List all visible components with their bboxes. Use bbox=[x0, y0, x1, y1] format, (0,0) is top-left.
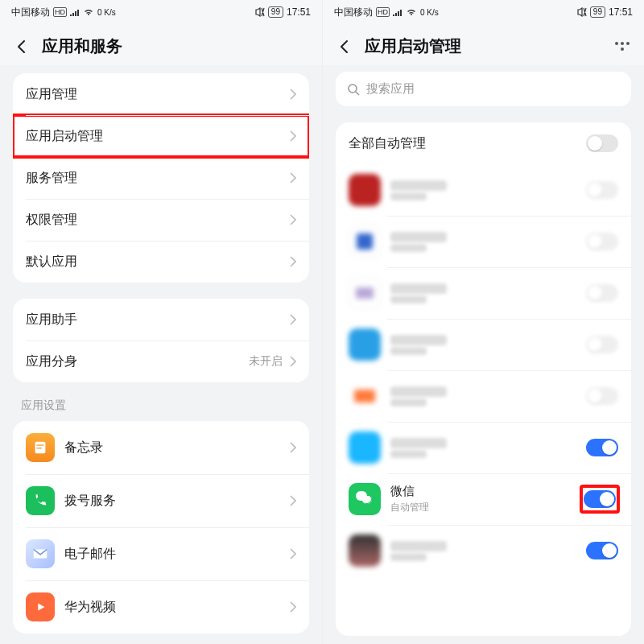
mute-icon bbox=[254, 7, 265, 17]
toggle[interactable] bbox=[586, 542, 618, 559]
toggle-all-auto[interactable] bbox=[586, 134, 618, 152]
row-default-apps[interactable]: 默认应用 bbox=[13, 241, 309, 283]
search-placeholder: 搜索应用 bbox=[366, 81, 415, 97]
status-bar: 中国移动 HD 0 K/s 99 17:51 bbox=[323, 0, 644, 24]
chevron-right-icon bbox=[289, 442, 296, 453]
app-icon bbox=[349, 277, 381, 309]
app-icon bbox=[349, 225, 381, 258]
app-row-blurred[interactable]: .. bbox=[336, 422, 631, 473]
page-title: 应用启动管理 bbox=[365, 35, 461, 57]
net-speed: 0 K/s bbox=[420, 8, 439, 17]
app-icon bbox=[349, 328, 381, 361]
all-auto-row[interactable]: 全部自动管理 bbox=[336, 122, 631, 164]
more-menu-icon[interactable] bbox=[613, 38, 631, 56]
chevron-right-icon bbox=[289, 89, 296, 100]
row-email[interactable]: 电子邮件 bbox=[13, 527, 309, 580]
group-2: 应用助手 应用分身 未开启 bbox=[13, 299, 309, 382]
app-row-blurred[interactable]: .. bbox=[336, 525, 631, 576]
toggle-wechat[interactable] bbox=[584, 490, 616, 508]
toggle[interactable] bbox=[586, 284, 618, 302]
row-memo[interactable]: 备忘录 bbox=[13, 421, 309, 474]
app-icon bbox=[349, 380, 381, 412]
row-huawei-video[interactable]: 华为视频 bbox=[13, 580, 309, 634]
row-permission-manage[interactable]: 权限管理 bbox=[13, 199, 309, 241]
app-name: 微信 bbox=[390, 484, 572, 499]
app-row-blurred[interactable]: .. bbox=[336, 370, 631, 422]
hd-badge: HD bbox=[376, 7, 390, 17]
memo-icon bbox=[26, 433, 55, 462]
chevron-right-icon bbox=[289, 130, 296, 142]
phone-icon bbox=[26, 486, 55, 515]
chevron-right-icon bbox=[289, 256, 296, 267]
svg-point-3 bbox=[349, 85, 357, 93]
svg-rect-2 bbox=[36, 448, 41, 448]
wechat-icon bbox=[349, 483, 381, 515]
video-icon bbox=[26, 592, 55, 621]
row-app-clone[interactable]: 应用分身 未开启 bbox=[13, 341, 309, 382]
search-input[interactable]: 搜索应用 bbox=[336, 72, 631, 106]
app-desc: 自动管理 bbox=[390, 501, 572, 514]
chevron-right-icon bbox=[289, 601, 296, 613]
chevron-right-icon bbox=[289, 548, 296, 559]
app-icon bbox=[349, 431, 381, 464]
app-row-blurred[interactable]: .. bbox=[336, 319, 631, 370]
clock: 17:51 bbox=[287, 6, 311, 18]
app-row-wechat[interactable]: 微信 自动管理 bbox=[336, 473, 631, 525]
search-icon bbox=[347, 83, 360, 96]
app-row-blurred[interactable]: .. bbox=[336, 164, 631, 216]
signal-icon bbox=[393, 8, 402, 16]
row-dialer[interactable]: 拨号服务 bbox=[13, 474, 309, 527]
group-1: 应用管理 应用启动管理 服务管理 权限管理 默认应用 bbox=[13, 73, 309, 283]
chevron-right-icon bbox=[289, 314, 296, 325]
section-header: 应用设置 bbox=[0, 390, 322, 413]
svg-rect-1 bbox=[36, 444, 43, 445]
mute-icon bbox=[576, 7, 587, 17]
toggle[interactable] bbox=[586, 439, 618, 456]
row-app-launch-manage[interactable]: 应用启动管理 bbox=[13, 115, 309, 157]
toggle[interactable] bbox=[586, 181, 618, 199]
chevron-right-icon bbox=[289, 172, 296, 184]
chevron-right-icon bbox=[289, 356, 296, 367]
group-apps: 备忘录 拨号服务 电子邮件 华为视频 bbox=[13, 421, 309, 634]
net-speed: 0 K/s bbox=[97, 8, 116, 17]
page-header: 应用启动管理 bbox=[323, 24, 644, 65]
chevron-right-icon bbox=[289, 214, 296, 225]
battery-level: 99 bbox=[590, 6, 605, 18]
right-screenshot: 中国移动 HD 0 K/s 99 17:51 应用启动管理 搜索应用 全部自动管… bbox=[322, 0, 644, 644]
row-app-manage[interactable]: 应用管理 bbox=[13, 73, 309, 115]
wifi-icon bbox=[406, 8, 417, 16]
back-icon[interactable] bbox=[336, 38, 353, 56]
battery-level: 99 bbox=[268, 6, 283, 18]
hd-badge: HD bbox=[53, 7, 67, 17]
clock: 17:51 bbox=[609, 6, 633, 18]
app-icon bbox=[349, 174, 381, 206]
toggle[interactable] bbox=[586, 336, 618, 353]
toggle[interactable] bbox=[586, 387, 618, 405]
page-header: 应用和服务 bbox=[0, 24, 322, 65]
status-bar: 中国移动 HD 0 K/s 99 17:51 bbox=[0, 0, 322, 24]
row-app-assistant[interactable]: 应用助手 bbox=[13, 299, 309, 341]
app-row-blurred[interactable]: .. bbox=[336, 216, 631, 267]
app-icon bbox=[349, 535, 381, 567]
app-row-blurred[interactable]: .. bbox=[336, 267, 631, 319]
back-icon[interactable] bbox=[13, 38, 31, 56]
carrier: 中国移动 bbox=[11, 6, 50, 19]
left-screenshot: 中国移动 HD 0 K/s 99 17:51 应用和服务 应用管理 应用启动管理… bbox=[0, 0, 322, 644]
row-service-manage[interactable]: 服务管理 bbox=[13, 157, 309, 199]
app-list: 全部自动管理 .. .. .. .. .. bbox=[336, 122, 631, 636]
signal-icon bbox=[70, 8, 80, 16]
carrier: 中国移动 bbox=[334, 6, 373, 19]
chevron-right-icon bbox=[289, 495, 296, 506]
page-title: 应用和服务 bbox=[42, 35, 122, 57]
wifi-icon bbox=[83, 8, 94, 16]
mail-icon bbox=[26, 539, 55, 568]
toggle[interactable] bbox=[586, 233, 618, 250]
